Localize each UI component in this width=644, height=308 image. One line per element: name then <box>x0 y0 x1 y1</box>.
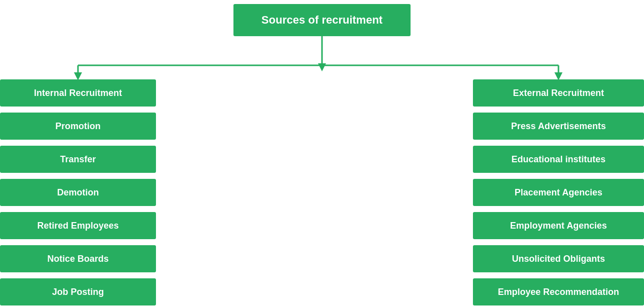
external-item-5: Employee Recommendation <box>473 278 644 305</box>
external-item-0: Press Advertisements <box>473 113 644 140</box>
diagram: Sources of recruitment Internal Recruitm… <box>0 0 644 308</box>
internal-item-3: Retired Employees <box>0 212 156 239</box>
external-item-4: Unsolicited Obligants <box>473 245 644 272</box>
internal-item-1: Transfer <box>0 146 156 173</box>
external-item-3: Employment Agencies <box>473 212 644 239</box>
external-item-1: Educational institutes <box>473 146 644 173</box>
external-item-2: Placement Agencies <box>473 179 644 206</box>
internal-item-0: Promotion <box>0 113 156 140</box>
external-header: External Recruitment <box>473 79 644 107</box>
internal-item-4: Notice Boards <box>0 245 156 272</box>
svg-marker-1 <box>318 63 326 71</box>
internal-header: Internal Recruitment <box>0 79 156 107</box>
internal-item-2: Demotion <box>0 179 156 206</box>
root-box: Sources of recruitment <box>233 4 411 36</box>
internal-item-5: Job Posting <box>0 278 156 305</box>
